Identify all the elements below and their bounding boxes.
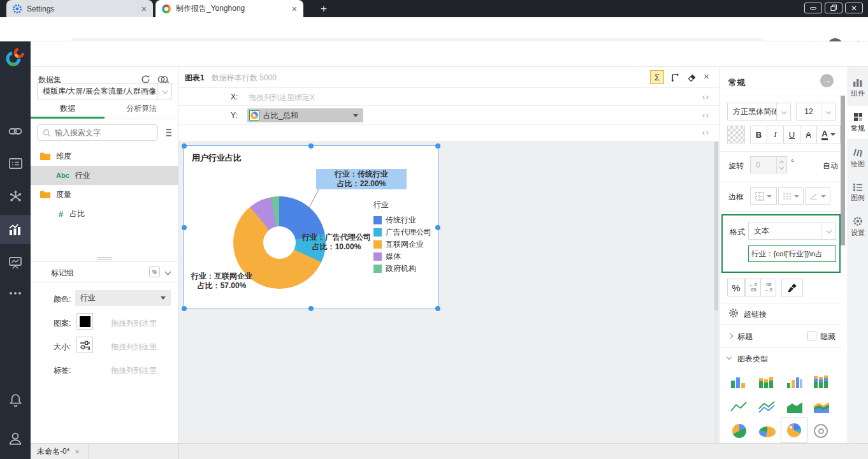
- dataset-selector[interactable]: 模版库/大屏/展会客流量/人群画像: [37, 83, 172, 99]
- y-field-pill[interactable]: 占比_总和: [247, 108, 363, 122]
- sidebar-item-dataset[interactable]: [0, 149, 31, 178]
- chart-type-donut-selected[interactable]: [781, 418, 807, 443]
- resize-handle[interactable]: [435, 306, 440, 311]
- legend-item[interactable]: 媒体: [373, 251, 431, 263]
- new-tab-button[interactable]: +: [316, 2, 331, 17]
- label-format-input[interactable]: [748, 245, 836, 262]
- legend-item[interactable]: 广告代理公司: [373, 226, 431, 238]
- chart-type-stacked-bar[interactable]: [758, 374, 776, 390]
- chart-type-multi-line[interactable]: [758, 400, 776, 415]
- decrease-decimal-button[interactable]: ←.0 .00: [745, 279, 761, 296]
- pie-chart-component[interactable]: 用户行业占比 行业：传统行业 占比：22.00% 行业：广告代理公司 占比：10…: [184, 145, 438, 309]
- rail-tab-legend[interactable]: 图例: [848, 176, 868, 209]
- legend-item[interactable]: 互联网企业: [373, 238, 431, 251]
- font-size-select[interactable]: 12: [796, 103, 835, 120]
- italic-button[interactable]: I: [767, 126, 784, 143]
- legend-item[interactable]: 政府机构: [373, 263, 431, 275]
- increase-decimal-button[interactable]: .00 →.0: [760, 279, 776, 296]
- resize-handle[interactable]: [308, 143, 314, 149]
- resize-handle[interactable]: [308, 306, 314, 311]
- chart-type-bar[interactable]: [730, 374, 748, 390]
- fill-color-button[interactable]: [727, 126, 745, 143]
- border-color-button[interactable]: [805, 187, 830, 205]
- eraser-icon[interactable]: [687, 72, 697, 82]
- row-scroll-arrows-icon[interactable]: ‹›: [702, 92, 710, 101]
- chart-type-area[interactable]: [786, 400, 804, 415]
- sidebar-item-chart[interactable]: [0, 215, 31, 244]
- chart-type-grouped-bar[interactable]: [786, 374, 804, 390]
- row-scroll-arrows-icon[interactable]: ‹›: [702, 128, 710, 137]
- sidebar-item-connection[interactable]: [0, 117, 31, 146]
- chart-type-rings[interactable]: [814, 424, 828, 438]
- pattern-swatch-button[interactable]: [76, 313, 93, 330]
- resize-handle[interactable]: [435, 143, 440, 149]
- tree-folder-dimensions[interactable]: 维度: [31, 147, 178, 166]
- tree-folder-measures[interactable]: 度量: [31, 185, 178, 204]
- panel-splitter[interactable]: [31, 256, 178, 260]
- window-restore-button[interactable]: [825, 3, 843, 13]
- report-canvas[interactable]: 用户行业占比 行业：传统行业 占比：22.00% 行业：广告代理公司 占比：10…: [178, 142, 719, 443]
- marks-tag-icon[interactable]: [149, 266, 160, 277]
- sidebar-item-dashboard[interactable]: [0, 248, 31, 277]
- expand-panel-icon[interactable]: →: [820, 74, 834, 87]
- user-account-button[interactable]: [0, 424, 31, 453]
- page-tab-close-icon[interactable]: ×: [75, 447, 80, 456]
- row-scroll-arrows-icon[interactable]: ‹›: [702, 111, 710, 120]
- canvas-scrollbar[interactable]: [714, 142, 718, 443]
- chart-type-stacked-area[interactable]: [813, 400, 830, 415]
- border-line-button[interactable]: [778, 187, 804, 205]
- rail-tab-settings[interactable]: 设置: [848, 210, 868, 244]
- aggregate-sigma-button[interactable]: Σ: [650, 70, 664, 84]
- font-color-button[interactable]: A: [816, 126, 841, 143]
- rail-tab-general[interactable]: 常规: [848, 106, 868, 139]
- rail-tab-component[interactable]: 组件: [848, 71, 868, 105]
- notifications-button[interactable]: [0, 386, 31, 415]
- search-input[interactable]: [55, 128, 144, 137]
- resize-handle[interactable]: [182, 306, 187, 311]
- chart-type-pie-3d[interactable]: [759, 426, 776, 437]
- sidebar-item-analysis[interactable]: [0, 182, 31, 211]
- pie-label-selected[interactable]: 行业：传统行业 占比：22.00%: [316, 169, 407, 189]
- field-search-box[interactable]: [37, 124, 158, 141]
- resize-handle[interactable]: [435, 225, 440, 230]
- tree-field-industry[interactable]: Abc 行业: [31, 166, 178, 185]
- collapse-marks-icon[interactable]: [165, 269, 171, 275]
- legend-item[interactable]: 传统行业: [373, 214, 431, 226]
- tab-analysis-algorithm[interactable]: 分析算法: [105, 103, 178, 120]
- border-style-button[interactable]: [750, 187, 777, 205]
- window-close-button[interactable]: ✕: [845, 3, 863, 13]
- tab-close-icon[interactable]: ×: [292, 4, 297, 13]
- color-binding-dropdown[interactable]: 行业: [75, 290, 171, 306]
- panel-scrollbar[interactable]: [841, 92, 845, 443]
- expand-title-icon[interactable]: [728, 333, 733, 339]
- pie-label-internet[interactable]: 行业：互联网企业 占比：57.00%: [188, 272, 256, 291]
- field-menu-icon[interactable]: [166, 128, 172, 137]
- swap-axes-icon[interactable]: [669, 71, 680, 82]
- close-binding-icon[interactable]: ×: [704, 71, 709, 82]
- x-binding-row[interactable]: X: 拖拽列到这里绑定X ‹›: [178, 88, 719, 106]
- resize-handle[interactable]: [182, 143, 187, 149]
- y-binding-row[interactable]: Y: 占比_总和 ‹›: [178, 106, 719, 125]
- hide-title-checkbox[interactable]: [807, 332, 816, 340]
- tree-field-ratio[interactable]: # 占比: [31, 204, 178, 223]
- page-tab-unnamed[interactable]: 未命名-0* ×: [31, 444, 89, 459]
- tab-close-icon[interactable]: ×: [141, 4, 147, 13]
- browser-tab-report[interactable]: 制作报告_Yonghong ×: [156, 0, 303, 17]
- sidebar-item-more[interactable]: [0, 279, 31, 308]
- chart-type-pie[interactable]: [732, 424, 746, 438]
- hyperlink-row[interactable]: 超链接: [744, 309, 767, 320]
- size-slider-button[interactable]: [76, 337, 93, 353]
- resize-handle[interactable]: [182, 225, 187, 230]
- font-family-select[interactable]: 方正黑体简体: [727, 103, 791, 120]
- chart-type-percent-stacked-bar[interactable]: [813, 374, 830, 390]
- collapse-chart-type-icon[interactable]: [727, 354, 732, 360]
- pie-label-agency[interactable]: 行业：广告代理公司 占比：10.00%: [298, 233, 375, 252]
- browser-tab-settings[interactable]: Settings ×: [6, 0, 153, 17]
- format-painter-button[interactable]: [781, 279, 803, 296]
- chart-type-line[interactable]: [730, 400, 748, 415]
- percent-format-button[interactable]: %: [727, 279, 745, 296]
- window-minimize-button[interactable]: [804, 3, 822, 13]
- bold-button[interactable]: B: [750, 126, 767, 143]
- underline-button[interactable]: U: [783, 126, 800, 143]
- format-type-select[interactable]: 文本: [748, 222, 836, 240]
